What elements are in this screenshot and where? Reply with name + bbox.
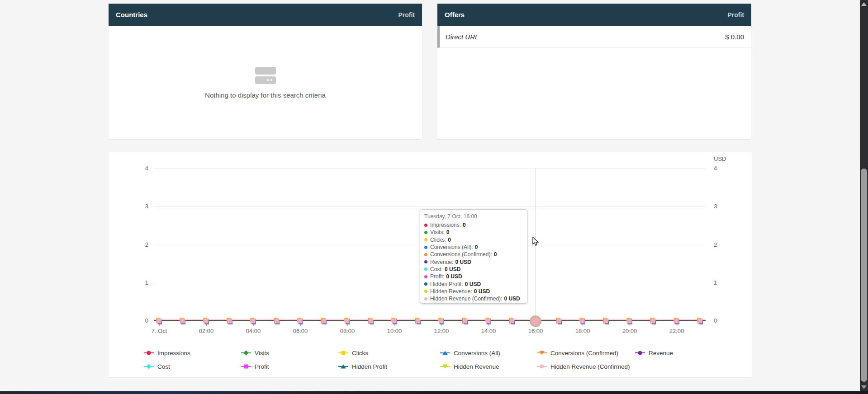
data-point-marker[interactable]	[674, 319, 679, 324]
data-point-marker[interactable]	[486, 319, 491, 324]
scrollbar-thumb[interactable]	[861, 169, 867, 382]
data-point-marker[interactable]	[415, 319, 420, 324]
offers-metric-header[interactable]: Profit	[727, 11, 744, 19]
tooltip-label: Cost:	[430, 266, 443, 272]
data-point-marker[interactable]	[439, 319, 444, 324]
offer-name: Direct URL	[446, 33, 479, 41]
data-point-marker[interactable]	[227, 319, 232, 324]
legend-item-visits[interactable]: Visits	[241, 349, 269, 356]
legend-item-hidden-profit[interactable]: Hidden Profit	[338, 363, 387, 370]
data-point-marker[interactable]	[368, 319, 373, 324]
data-point-marker[interactable]	[580, 319, 585, 324]
legend-item-hidden-revenue[interactable]: Hidden Revenue	[440, 363, 499, 370]
data-point-marker[interactable]	[251, 319, 256, 324]
triangle-marker-icon	[341, 365, 346, 369]
x-axis-label: 7. Oct	[139, 328, 180, 334]
page: { "countries_panel": { "title": "Countri…	[0, 0, 868, 394]
legend-item-impressions[interactable]: Impressions	[144, 349, 190, 356]
legend-item-hidden-revenue-confirmed[interactable]: Hidden Revenue (Confirmed)	[537, 363, 630, 370]
legend-item-cost[interactable]: Cost	[144, 363, 170, 370]
data-point-marker[interactable]	[697, 319, 702, 324]
legend-marker	[440, 352, 450, 353]
tooltip-item: Conversions (All):0	[424, 244, 523, 251]
tooltip-color-dot	[424, 282, 427, 286]
tooltip-value: 0 USD	[465, 281, 481, 287]
tooltip-value: 0	[463, 222, 466, 228]
hovered-data-point[interactable]	[530, 315, 541, 327]
scrollbar-up-button[interactable]	[860, 0, 868, 8]
y-axis-label-right: 3	[714, 203, 736, 210]
legend-item-clicks[interactable]: Clicks	[338, 349, 368, 356]
scrollbar-down-button[interactable]	[860, 383, 868, 391]
tooltip-label: Hidden Revenue:	[430, 288, 472, 295]
countries-panel-header: Countries Profit	[109, 4, 422, 26]
scrollbar[interactable]	[860, 0, 868, 391]
x-axis-label: 04:00	[233, 328, 274, 334]
y-axis-label-right: 2	[714, 241, 736, 249]
offers-table: Direct URL$ 0.00	[437, 26, 751, 48]
data-point-marker[interactable]	[298, 319, 303, 324]
data-point-marker[interactable]	[345, 319, 350, 324]
data-point-marker[interactable]	[157, 319, 161, 324]
legend-marker	[144, 366, 154, 367]
offers-panel: Offers Profit Direct URL$ 0.00	[437, 4, 751, 139]
x-axis-label: 08:00	[327, 328, 368, 334]
tooltip-color-dot	[424, 290, 427, 293]
data-point-marker[interactable]	[180, 319, 185, 324]
legend-item-conversions-confirmed[interactable]: Conversions (Confirmed)	[537, 349, 618, 356]
x-axis-label: 18:00	[562, 328, 603, 334]
diamond-marker-icon	[146, 364, 151, 369]
data-point-marker[interactable]	[627, 319, 632, 324]
legend-label: Conversions (All)	[454, 350, 500, 356]
legend-label: Visits	[255, 350, 269, 356]
triangle-down-marker-icon	[539, 351, 545, 355]
y-gridline	[154, 206, 706, 207]
empty-data-icon-bar	[255, 67, 276, 75]
legend-item-revenue[interactable]: Revenue	[635, 349, 673, 356]
data-point-marker[interactable]	[509, 319, 514, 324]
tooltip-item: Conversions (Confirmed):0	[424, 251, 523, 258]
data-point-marker[interactable]	[650, 319, 655, 324]
circle-marker-icon	[147, 351, 151, 355]
tooltip-color-dot	[424, 238, 427, 241]
y-axis-label-left: 3	[126, 203, 148, 210]
countries-empty-state: Nothing to display for this search crite…	[109, 67, 422, 99]
tooltip-color-dot	[424, 260, 427, 263]
tooltip-value: 0 USD	[446, 273, 462, 280]
tooltip-item: Cost:0 USD	[424, 266, 523, 273]
tooltip-value: 0 USD	[504, 296, 520, 302]
countries-panel-title: Countries	[116, 11, 147, 19]
circle-marker-icon	[540, 365, 544, 369]
data-point-marker[interactable]	[603, 319, 608, 324]
tooltip-item: Profit:0 USD	[424, 273, 523, 280]
offer-row[interactable]: Direct URL$ 0.00	[437, 26, 751, 48]
x-axis-label: 14:00	[468, 328, 509, 334]
countries-metric-header[interactable]: Profit	[398, 11, 415, 19]
legend-label: Hidden Profit	[352, 363, 387, 370]
x-axis-label: 02:00	[186, 328, 227, 334]
tooltip-item: Impressions:0	[424, 221, 523, 229]
triangle-down-marker-icon	[442, 365, 448, 369]
square-marker-icon	[244, 365, 248, 369]
y-axis-label-left: 1	[126, 279, 148, 286]
legend-label: Clicks	[352, 350, 368, 356]
data-point-marker[interactable]	[274, 319, 279, 324]
tooltip-value: 0	[475, 244, 478, 250]
data-point-marker[interactable]	[204, 319, 209, 324]
data-point-marker[interactable]	[392, 319, 397, 324]
square-marker-icon	[342, 351, 346, 355]
legend-marker	[635, 352, 645, 353]
tooltip-value: 0 USD	[474, 288, 490, 295]
tooltip-label: Visits:	[430, 229, 445, 235]
tooltip-label: Revenue:	[430, 259, 453, 265]
legend-item-profit[interactable]: Profit	[241, 363, 269, 370]
offers-panel-header: Offers Profit	[437, 4, 751, 26]
legend-label: Conversions (Confirmed)	[550, 350, 618, 356]
y-axis-label-right: 1	[714, 279, 736, 286]
tooltip-color-dot	[424, 275, 427, 278]
data-point-marker[interactable]	[462, 319, 467, 324]
legend-item-conversions-all[interactable]: Conversions (All)	[440, 349, 500, 356]
data-point-marker[interactable]	[556, 319, 561, 324]
data-point-marker[interactable]	[321, 319, 326, 324]
tooltip-color-dot	[424, 246, 427, 249]
